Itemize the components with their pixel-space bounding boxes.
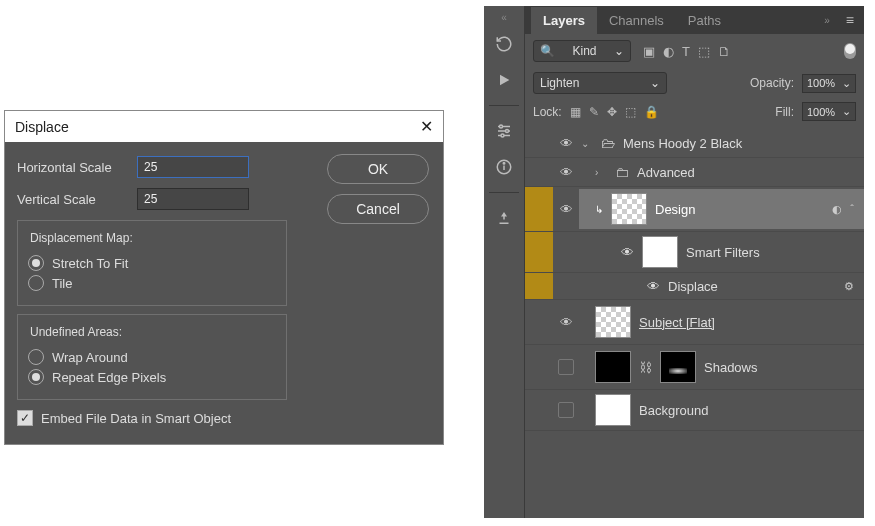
lock-position-icon[interactable]: ✥ [607, 105, 617, 119]
filter-disclosure-icon[interactable]: ˆ [850, 203, 854, 215]
layer-shadows[interactable]: ⛓ Shadows [525, 345, 864, 390]
visibility-toggle[interactable]: 👁 [553, 315, 579, 330]
adjustments-icon[interactable] [489, 116, 519, 146]
layer-design[interactable]: 👁 ↳ Design ◐ ˆ [525, 187, 864, 232]
filter-pixel-icon[interactable]: ▣ [643, 44, 655, 59]
visibility-hidden[interactable] [553, 359, 579, 375]
filter-shape-icon[interactable]: ⬚ [698, 44, 710, 59]
layer-name: Shadows [704, 360, 757, 375]
layer-background[interactable]: Background [525, 390, 864, 431]
checkbox-checked-icon: ✓ [17, 410, 33, 426]
blend-opacity-row: Lighten ⌄ Opacity: 100% ⌄ [525, 68, 864, 98]
info-icon[interactable] [489, 152, 519, 182]
collapse-left-icon[interactable]: « [495, 12, 513, 23]
filter-type-icon[interactable]: T [682, 44, 690, 59]
visibility-toggle[interactable]: 👁 [647, 279, 660, 294]
radio-selected-icon [28, 369, 44, 385]
layer-group-hoody[interactable]: 👁 ⌄ 🗁 Mens Hoody 2 Black [525, 129, 864, 158]
layer-name: Subject [Flat] [639, 315, 715, 330]
layer-mask-thumbnail[interactable] [660, 351, 696, 383]
opacity-value: 100% [807, 77, 835, 89]
tile-radio[interactable]: Tile [28, 275, 276, 291]
folder-open-icon: 🗁 [601, 135, 615, 151]
svg-point-9 [503, 163, 505, 165]
filter-kind-label: Kind [572, 44, 596, 58]
stretch-to-fit-radio[interactable]: Stretch To Fit [28, 255, 276, 271]
chevron-right-icon[interactable]: › [595, 167, 607, 178]
close-icon[interactable]: ✕ [420, 117, 433, 136]
fill-label: Fill: [775, 105, 794, 119]
filter-toggle-switch[interactable] [844, 43, 856, 59]
wrap-around-radio[interactable]: Wrap Around [28, 349, 276, 365]
blend-mode-select[interactable]: Lighten ⌄ [533, 72, 667, 94]
play-icon[interactable] [489, 65, 519, 95]
layer-group-advanced[interactable]: 👁 › 🗀 Advanced [525, 158, 864, 187]
radio-icon [28, 349, 44, 365]
layer-subject[interactable]: 👁 Subject [Flat] [525, 300, 864, 345]
layer-thumbnail[interactable] [595, 306, 631, 338]
filter-name: Displace [668, 279, 718, 294]
tab-paths[interactable]: Paths [676, 7, 733, 34]
chevron-down-icon: ⌄ [650, 76, 660, 90]
repeat-edge-radio[interactable]: Repeat Edge Pixels [28, 369, 276, 385]
ok-button[interactable]: OK [327, 154, 429, 184]
history-icon[interactable] [489, 29, 519, 59]
undefined-areas-title: Undefined Areas: [26, 325, 126, 339]
tab-channels[interactable]: Channels [597, 7, 676, 34]
svg-point-6 [501, 134, 504, 137]
fill-input[interactable]: 100% ⌄ [802, 102, 856, 121]
fill-value: 100% [807, 106, 835, 118]
filter-smart-icon[interactable]: 🗋 [718, 44, 731, 59]
layer-smart-filters[interactable]: 👁 Smart Filters [525, 232, 864, 273]
stretch-to-fit-label: Stretch To Fit [52, 256, 128, 271]
tab-layers[interactable]: Layers [531, 7, 597, 34]
vertical-scale-input[interactable] [137, 188, 249, 210]
lock-image-icon[interactable]: ✎ [589, 105, 599, 119]
visibility-toggle[interactable]: 👁 [553, 202, 579, 217]
repeat-edge-label: Repeat Edge Pixels [52, 370, 166, 385]
visibility-toggle[interactable]: 👁 [621, 245, 634, 260]
cancel-button[interactable]: Cancel [327, 194, 429, 224]
clone-stamp-icon[interactable] [489, 203, 519, 233]
layer-filter-displace[interactable]: 👁 Displace ⚙ [525, 273, 864, 300]
radio-icon [28, 275, 44, 291]
visibility-toggle[interactable]: 👁 [553, 136, 579, 151]
chevron-down-icon[interactable]: ⌄ [581, 138, 593, 149]
layer-name: Design [655, 202, 695, 217]
layers-panel-wrap: « Layers Channels Paths » ≡ [484, 6, 864, 518]
layer-thumbnail[interactable] [611, 193, 647, 225]
horizontal-scale-input[interactable] [137, 156, 249, 178]
opacity-input[interactable]: 100% ⌄ [802, 74, 856, 93]
dialog-titlebar: Displace ✕ [5, 111, 443, 142]
filter-mask-thumbnail[interactable] [642, 236, 678, 268]
embed-file-checkbox[interactable]: ✓ Embed File Data in Smart Object [17, 410, 431, 426]
panel-menu-icon[interactable]: ≡ [836, 12, 864, 28]
filter-options-icon[interactable]: ⚙ [844, 280, 854, 293]
layer-thumbnail[interactable] [595, 351, 631, 383]
undefined-areas-group: Undefined Areas: Wrap Around Repeat Edge… [17, 314, 287, 400]
lock-label: Lock: [533, 105, 562, 119]
lock-all-icon[interactable]: 🔒 [644, 105, 659, 119]
blend-mode-value: Lighten [540, 76, 579, 90]
filter-adjustment-icon[interactable]: ◐ [663, 44, 674, 59]
layer-thumbnail[interactable] [595, 394, 631, 426]
link-icon[interactable]: ⛓ [639, 360, 652, 375]
svg-point-5 [506, 130, 509, 133]
visibility-toggle[interactable]: 👁 [553, 165, 579, 180]
layer-filter-row: 🔍 Kind ⌄ ▣ ◐ T ⬚ 🗋 [525, 34, 864, 68]
displacement-map-title: Displacement Map: [26, 231, 137, 245]
lock-icons: ▦ ✎ ✥ ⬚ 🔒 [570, 105, 659, 119]
dialog-title: Displace [15, 119, 69, 135]
layer-name: Advanced [637, 165, 695, 180]
visibility-hidden[interactable] [553, 402, 579, 418]
chevron-down-icon: ⌄ [842, 77, 851, 90]
radio-selected-icon [28, 255, 44, 271]
lock-artboard-icon[interactable]: ⬚ [625, 105, 636, 119]
collapse-right-icon[interactable]: » [818, 15, 836, 26]
layers-list: 👁 ⌄ 🗁 Mens Hoody 2 Black 👁 › 🗀 Advanced [525, 129, 864, 518]
filter-kind-select[interactable]: 🔍 Kind ⌄ [533, 40, 631, 62]
embed-file-label: Embed File Data in Smart Object [41, 411, 231, 426]
lock-transparency-icon[interactable]: ▦ [570, 105, 581, 119]
toolstrip: « [484, 6, 525, 518]
search-icon: 🔍 [540, 44, 555, 58]
